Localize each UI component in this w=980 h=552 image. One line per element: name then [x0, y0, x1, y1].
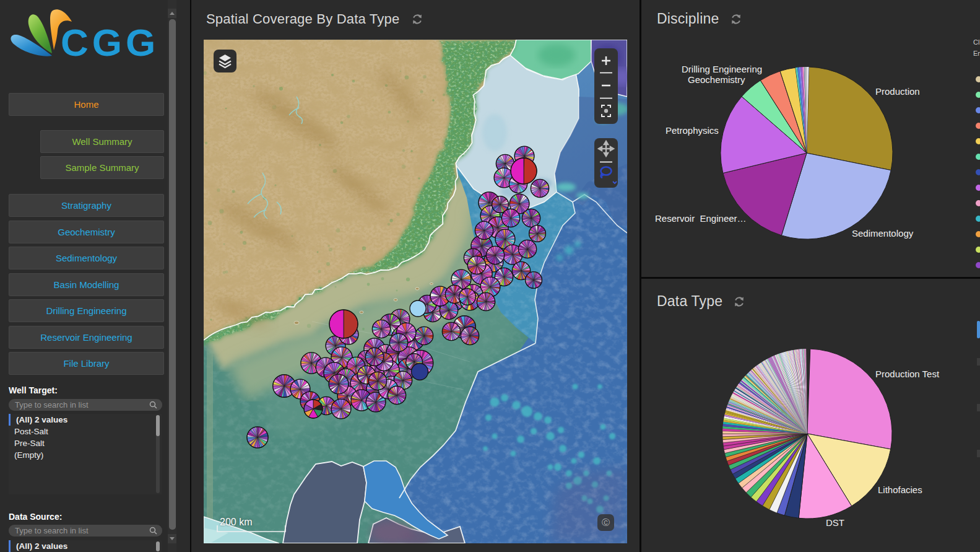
- svg-text:En: En: [973, 50, 980, 57]
- svg-text:Cl: Cl: [973, 38, 979, 46]
- svg-text:CGG: CGG: [61, 21, 159, 61]
